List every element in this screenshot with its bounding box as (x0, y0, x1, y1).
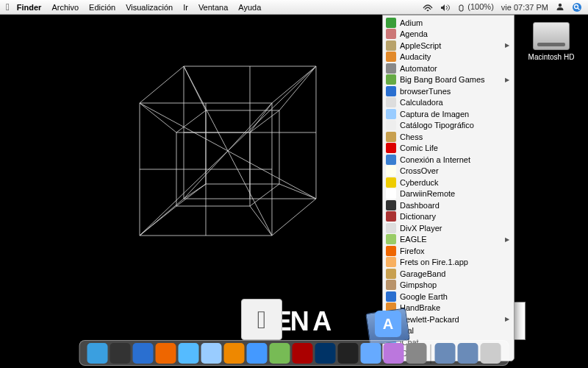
menu-item-label: Audacity (400, 52, 509, 61)
wifi-icon[interactable] (423, 2, 433, 12)
menu-item-label: iCal (400, 326, 509, 335)
menu-item-comic-life[interactable]: Comic Life (383, 143, 514, 155)
menu-item-automator[interactable]: Automator (383, 63, 514, 74)
volume-icon[interactable] (440, 2, 451, 12)
menu-item-label: Dashboard (400, 201, 509, 210)
dock-pages[interactable] (384, 343, 404, 364)
spotlight-icon[interactable] (572, 1, 582, 12)
menu-item-calculadora[interactable]: Calculadora (383, 97, 514, 109)
clock[interactable]: vie 07:37 PM (501, 3, 548, 12)
dock-photoshop[interactable] (315, 343, 336, 364)
menu-item-chess[interactable]: Chess (383, 131, 514, 143)
app-menu[interactable]: Finder (17, 3, 42, 12)
svg-line-13 (250, 110, 279, 132)
menu-item-label: Calculadora (400, 98, 509, 107)
menu-item-frets-on-fire-1-app[interactable]: Frets on Fire.1.app (383, 257, 514, 269)
menu-item-label: Comic Life (400, 144, 509, 152)
menu-item-crossover[interactable]: CrossOver (383, 166, 514, 177)
menu-item-label: CrossOver (400, 166, 509, 175)
menu-item-gimpshop[interactable]: Gimpshop (383, 280, 514, 291)
svg-line-14 (250, 184, 279, 206)
dock-syspref[interactable] (406, 343, 427, 364)
svg-line-31 (140, 66, 316, 236)
menu-item-label: Google Earth (400, 292, 509, 301)
app-icon (386, 155, 396, 165)
menu-item-cyberduck[interactable]: Cyberduck (383, 177, 514, 188)
app-icon (386, 86, 396, 96)
dock-applications-stack[interactable] (435, 343, 456, 364)
app-icon (386, 234, 396, 244)
dock-preview[interactable] (270, 343, 290, 364)
dock-vlc[interactable] (224, 343, 245, 364)
menu-item-label: Dictionary (400, 212, 509, 221)
app-icon (386, 52, 396, 62)
menu-item-label: GarageBand (400, 269, 509, 278)
menu-item-label: AppleScript (400, 41, 505, 50)
svg-line-8 (272, 199, 316, 236)
menu-ir[interactable]: Ir (183, 3, 188, 12)
dock-separator (431, 344, 431, 364)
dashboard-apple-tile[interactable]:  (241, 299, 282, 340)
menu-item-big-bang-board-games[interactable]: Big Bang Board Games▶ (383, 74, 514, 86)
app-icon (386, 109, 396, 119)
menu-archivo[interactable]: Archivo (51, 3, 79, 12)
menu-ventana[interactable]: Ventana (198, 3, 228, 12)
menu-item-label: Big Bang Board Games (400, 75, 505, 84)
menu-item-agenda[interactable]: Agenda (383, 29, 514, 40)
submenu-arrow-icon: ▶ (505, 316, 509, 322)
svg-line-6 (140, 66, 184, 103)
applications-folder-stack[interactable]: A (360, 299, 412, 343)
dock-mail[interactable] (201, 343, 222, 364)
dock-itunes[interactable] (361, 343, 381, 364)
app-icon (386, 211, 396, 222)
harddisk-icon (533, 22, 570, 50)
svg-point-0 (559, 3, 562, 6)
menu-item-label: Frets on Fire.1.app (400, 258, 509, 266)
menu-item-dictionary[interactable]: Dictionary (383, 211, 514, 223)
dock-terminal[interactable] (338, 343, 359, 364)
menu-ayuda[interactable]: Ayuda (238, 3, 261, 12)
menu-item-eagle[interactable]: EAGLE▶ (383, 234, 514, 246)
menu-item-label: Gimpshop (400, 280, 509, 289)
menu-item-browsertunes[interactable]: browserTunes (383, 85, 514, 97)
menu-item-label: browserTunes (400, 87, 509, 96)
dock-dashboard[interactable] (110, 343, 131, 364)
app-icon (386, 97, 396, 107)
wallpaper-hypercube (81, 29, 360, 294)
svg-line-21 (279, 66, 316, 110)
menu-item-label: HandBrake (400, 303, 509, 312)
menu-item-darwiinremote[interactable]: DarwiinRemote (383, 188, 514, 200)
dock-quicktime[interactable] (247, 343, 268, 364)
svg-line-7 (272, 66, 316, 103)
svg-line-19 (140, 206, 176, 236)
menu-edicion[interactable]: Edición (89, 3, 115, 12)
menu-item-cat-logo-tipogr-fico[interactable]: Catálogo Tipográfico (383, 120, 514, 132)
menu-item-dashboard[interactable]: Dashboard (383, 199, 514, 211)
dock-downloads-stack[interactable] (458, 343, 478, 364)
dock-earth[interactable] (133, 343, 154, 364)
dock-photobooth[interactable] (293, 343, 313, 364)
menu-item-applescript[interactable]: AppleScript▶ (383, 40, 514, 52)
menu-item-label: Firefox (400, 247, 509, 255)
menu-visualizacion[interactable]: Visualización (126, 3, 173, 12)
battery-text[interactable]: (100%) (458, 2, 494, 11)
menu-item-firefox[interactable]: Firefox (383, 245, 514, 257)
dock-firefox[interactable] (156, 343, 176, 364)
dock-finder[interactable] (87, 343, 108, 364)
menu-item-audacity[interactable]: Audacity (383, 52, 514, 63)
menu-item-captura-de-imagen[interactable]: Captura de Imagen (383, 108, 514, 120)
menu-item-garageband[interactable]: GarageBand (383, 268, 514, 280)
dock-safari[interactable] (179, 343, 199, 364)
dock-trash[interactable] (481, 343, 501, 364)
submenu-arrow-icon: ▶ (505, 77, 509, 83)
macintosh-hd-icon[interactable]: Macintosh HD (528, 22, 575, 61)
app-icon (386, 280, 396, 290)
menu-item-conexi-n-a-internet[interactable]: Conexión a Internet (383, 154, 514, 166)
menu-item-divx-player[interactable]: DivX Player (383, 222, 514, 234)
user-switch-icon[interactable] (556, 2, 564, 13)
app-icon (386, 74, 396, 85)
menu-item-label: DarwiinRemote (400, 189, 509, 198)
menu-item-adium[interactable]: Adium (383, 17, 514, 29)
submenu-arrow-icon: ▶ (505, 42, 509, 49)
apple-menu-icon[interactable]:  (6, 1, 10, 13)
